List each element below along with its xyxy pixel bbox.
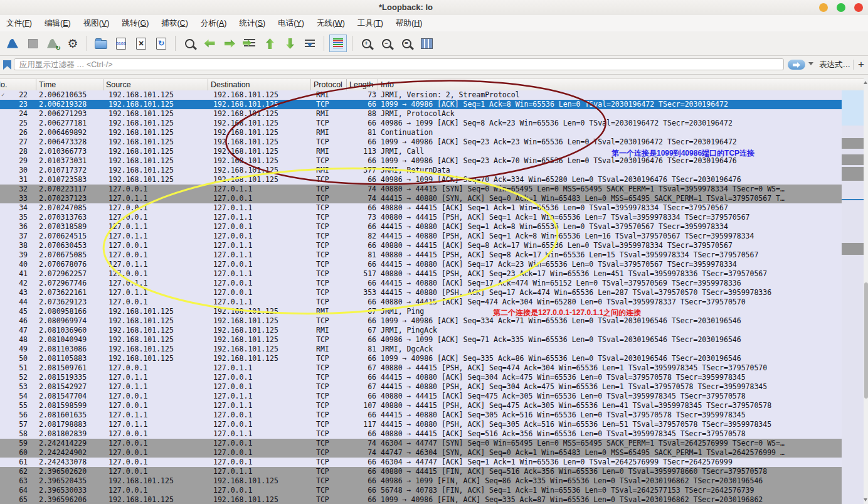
zoom-100-icon[interactable]: = [398, 35, 415, 52]
table-row[interactable]: 392.070675085127.0.0.1127.0.1.1TCP814088… [0, 250, 842, 260]
menu-item-3[interactable]: 跳转(G) [115, 15, 155, 31]
table-row[interactable]: 292.010373031192.168.101.125192.168.101.… [0, 156, 842, 166]
column-header-length[interactable]: Length [347, 79, 378, 91]
table-row[interactable]: 482.081040949192.168.101.125192.168.101.… [0, 335, 842, 345]
start-capture-icon[interactable] [4, 35, 21, 52]
menu-item-2[interactable]: 视图(V) [77, 15, 116, 31]
packet-time: 2.081547704 [29, 392, 106, 401]
table-row[interactable]: 542.081547704127.0.0.1127.0.1.1TCP664088… [0, 392, 842, 401]
table-row[interactable]: 592.242414229127.0.0.1127.0.0.1TCP744630… [0, 439, 842, 448]
zoom-in-icon[interactable]: + [357, 35, 375, 52]
table-row[interactable]: 582.081802839127.0.0.1127.0.1.1TCP664088… [0, 429, 842, 439]
table-row[interactable]: 372.070624515127.0.1.1127.0.0.1TCP824441… [0, 232, 842, 241]
zoom-out-icon[interactable]: − [378, 35, 395, 52]
table-row[interactable]: 492.081103086192.168.101.125192.168.101.… [0, 345, 842, 354]
table-row[interactable]: 352.070313763127.0.0.1127.0.1.1TCP734088… [0, 213, 842, 222]
menu-item-5[interactable]: 分析(A) [194, 15, 233, 31]
go-forward-icon[interactable] [221, 35, 238, 52]
save-file-icon[interactable]: 0101 [112, 35, 130, 52]
expression-button[interactable]: 表达式… [819, 56, 850, 74]
menu-item-8[interactable]: 无线(W) [310, 15, 351, 31]
table-row[interactable]: 572.081798883127.0.1.1127.0.0.1TCP117444… [0, 420, 842, 429]
table-row[interactable]: 562.081601635127.0.1.1127.0.0.1TCP664441… [0, 410, 842, 420]
table-row[interactable]: 312.010723583192.168.101.125192.168.101.… [0, 175, 842, 185]
table-row[interactable]: 512.081509761127.0.0.1127.0.1.1TCP674088… [0, 363, 842, 373]
table-row[interactable]: 282.010366773192.168.101.125192.168.101.… [0, 147, 842, 156]
reload-file-icon[interactable]: ↻ [152, 35, 170, 52]
table-row[interactable]: 452.080958166192.168.101.125192.168.101.… [0, 307, 842, 316]
scrollbar-thumb[interactable] [864, 282, 868, 399]
table-row[interactable]: 502.081105883192.168.101.125192.168.101.… [0, 354, 842, 363]
table-row[interactable]: 362.070318589127.0.1.1127.0.0.1TCP664441… [0, 222, 842, 232]
filter-dropdown-caret[interactable] [808, 62, 813, 68]
table-row[interactable]: 552.081598599127.0.0.1127.0.1.1TCP107408… [0, 401, 842, 410]
add-filter-button[interactable]: + [858, 56, 864, 74]
table-row[interactable]: 442.073629123127.0.0.1127.0.1.1TCP664088… [0, 298, 842, 307]
menu-item-6[interactable]: 统计(S) [233, 15, 272, 31]
table-row[interactable]: 532.081542927127.0.1.1127.0.0.1TCP674441… [0, 382, 842, 392]
capture-options-icon[interactable]: ⚙ [64, 35, 82, 52]
table-row[interactable]: 422.072967746127.0.1.1127.0.0.1TCP664441… [0, 279, 842, 288]
table-row[interactable]: 622.396502620127.0.0.1127.0.1.1TCP664088… [0, 467, 842, 476]
go-to-packet-icon[interactable] [241, 35, 258, 52]
table-row[interactable]: 432.073622161127.0.1.1127.0.0.1TCP353444… [0, 288, 842, 298]
scroll-down-arrow-icon[interactable] [864, 498, 867, 503]
table-row[interactable]: 472.081036960192.168.101.125192.168.101.… [0, 326, 842, 335]
menu-item-9[interactable]: 工具(T) [351, 15, 389, 31]
menu-item-7[interactable]: 电话(Y) [272, 15, 310, 31]
table-row[interactable]: 612.242433078127.0.0.1127.0.0.1TCP664630… [0, 458, 842, 467]
table-row[interactable]: 402.070678076127.0.1.1127.0.0.1TCP664441… [0, 260, 842, 269]
menu-item-0[interactable]: 文件(F) [0, 15, 38, 31]
find-packet-icon[interactable] [181, 35, 198, 52]
table-row[interactable]: 222.006210635192.168.101.125192.168.101.… [0, 90, 842, 100]
table-row[interactable]: 382.070630453127.0.0.1127.0.1.1TCP664088… [0, 241, 842, 250]
table-row[interactable]: 252.006277181192.168.101.125192.168.101.… [0, 119, 842, 128]
column-header-protocol[interactable]: Protocol [311, 79, 347, 91]
restart-capture-icon[interactable]: ↻ [44, 35, 61, 52]
table-row[interactable]: 412.072962257127.0.0.1127.0.1.1TCP517408… [0, 269, 842, 279]
packet-no: 62 [0, 467, 29, 476]
table-row[interactable]: 242.006271293192.168.101.125192.168.101.… [0, 109, 842, 119]
menu-item-10[interactable]: 帮助(H) [389, 15, 428, 31]
scroll-up-arrow-icon[interactable] [864, 79, 867, 84]
column-header-info[interactable]: Info [378, 79, 868, 91]
go-back-icon[interactable] [201, 35, 218, 52]
table-row[interactable]: 642.396530033127.0.0.1127.0.0.1TCP665674… [0, 486, 842, 495]
table-row[interactable]: 322.070223117127.0.0.1127.0.1.1TCP744088… [0, 185, 842, 194]
table-row[interactable]: 332.070237123127.0.1.1127.0.0.1TCP744441… [0, 194, 842, 203]
vertical-scrollbar[interactable] [864, 78, 868, 504]
open-file-icon[interactable] [92, 35, 110, 52]
minimize-button[interactable] [819, 3, 828, 12]
table-row[interactable]: 262.006469892192.168.101.125192.168.101.… [0, 128, 842, 137]
menu-item-4[interactable]: 捕获(C) [155, 15, 194, 31]
resize-columns-icon[interactable] [418, 35, 435, 52]
table-row[interactable]: 652.396596206192.168.101.125192.168.101.… [0, 495, 842, 504]
close-button[interactable] [854, 3, 863, 12]
column-header-source[interactable]: Source [103, 79, 208, 91]
table-row[interactable]: 272.006473328192.168.101.125192.168.101.… [0, 137, 842, 147]
close-file-icon[interactable]: ✕ [132, 35, 150, 52]
column-header-no[interactable]: No. [0, 79, 36, 91]
table-row[interactable]: 302.010717372192.168.101.125192.168.101.… [0, 166, 842, 175]
colorize-icon[interactable] [329, 35, 347, 52]
maximize-button[interactable] [837, 3, 845, 12]
go-top-icon[interactable] [261, 35, 278, 52]
table-row[interactable]: 232.006219328192.168.101.125192.168.101.… [0, 100, 842, 109]
display-filter-input[interactable] [14, 58, 784, 70]
menu-bar: 文件(F)编辑(E)视图(V)跳转(G)捕获(C)分析(A)统计(S)电话(Y)… [0, 15, 868, 31]
menu-item-1[interactable]: 编辑(E) [38, 15, 77, 31]
packet-length: 353 [347, 288, 378, 298]
packet-minimap[interactable] [842, 90, 864, 504]
stop-capture-icon[interactable] [24, 35, 41, 52]
table-row[interactable]: 522.081519335127.0.1.1127.0.0.1TCP664441… [0, 373, 842, 382]
column-header-time[interactable]: Time [36, 79, 103, 91]
table-row[interactable]: 462.080969974192.168.101.125192.168.101.… [0, 316, 842, 326]
auto-scroll-icon[interactable] [301, 35, 319, 52]
table-row[interactable]: 602.242424902127.0.0.1127.0.0.1TCP744474… [0, 448, 842, 458]
filter-bookmark-icon[interactable] [3, 60, 11, 70]
column-header-destination[interactable]: Destination [208, 79, 311, 91]
go-bottom-icon[interactable] [281, 35, 299, 52]
table-row[interactable]: 342.070247085127.0.0.1127.0.1.1TCP664088… [0, 203, 842, 213]
table-row[interactable]: 632.396520435192.168.101.125192.168.101.… [0, 476, 842, 486]
apply-filter-button[interactable] [788, 60, 805, 70]
